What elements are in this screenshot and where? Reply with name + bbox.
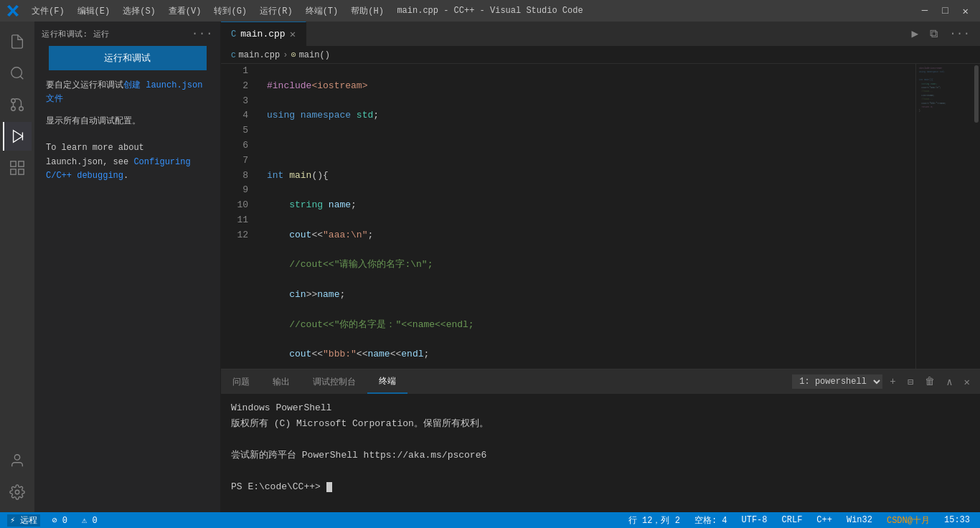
panel-tabs: 问题 输出 调试控制台 终端 1: powershell + ⊟ 🗑 ∧ ✕	[221, 369, 980, 395]
sidebar-more-button[interactable]: ···	[192, 27, 213, 40]
tab-main-cpp[interactable]: C main.cpp ✕	[221, 22, 306, 46]
panel-tab-terminal[interactable]: 终端	[367, 369, 407, 394]
menu-run[interactable]: 运行(R)	[254, 4, 298, 19]
editor-scrollbar[interactable]	[973, 64, 980, 369]
menu-edit[interactable]: 编辑(E)	[72, 4, 116, 19]
breadcrumb-function[interactable]: main()	[299, 50, 330, 60]
status-csdn: CSDN@十月	[884, 514, 933, 527]
terminal-content[interactable]: Windows PowerShell 版权所有 (C) Microsoft Co…	[221, 395, 980, 512]
window-controls: ─ □ ✕	[918, 4, 973, 19]
status-position[interactable]: 行 12，列 2	[626, 514, 683, 527]
tab-close-button[interactable]: ✕	[290, 28, 296, 40]
activity-search[interactable]	[3, 59, 32, 88]
svg-point-2	[19, 107, 24, 111]
svg-rect-9	[11, 169, 16, 174]
panel-tab-output[interactable]: 输出	[261, 369, 301, 394]
activity-extensions[interactable]	[3, 154, 32, 182]
code-editor[interactable]: 1 2 3 4 5 6 7 8 9 10 11 12 #include<iost…	[221, 64, 980, 369]
menu-bar: 文件(F) 编辑(E) 选择(S) 查看(V) 转到(G) 运行(R) 终端(T…	[26, 4, 390, 19]
terminal-close-button[interactable]: ✕	[960, 373, 974, 391]
menu-terminal[interactable]: 终端(T)	[300, 4, 344, 19]
activity-settings[interactable]	[3, 478, 32, 506]
panel-tab-debug-console[interactable]: 调试控制台	[301, 369, 367, 394]
menu-view[interactable]: 查看(V)	[163, 4, 207, 19]
terminal-cursor	[326, 482, 332, 492]
menu-file[interactable]: 文件(F)	[26, 4, 70, 19]
svg-rect-10	[19, 169, 24, 174]
run-file-button[interactable]: ▶	[909, 24, 922, 44]
vscode-logo-icon	[7, 5, 19, 16]
main-layout: 运行和调试: 运行 ··· 运行和调试 要自定义运行和调试创建 launch.j…	[0, 22, 980, 512]
sidebar-header: 运行和调试: 运行 ···	[34, 22, 220, 46]
svg-rect-8	[19, 161, 24, 166]
svg-point-11	[14, 455, 19, 460]
status-encoding[interactable]: UTF-8	[739, 515, 771, 525]
sidebar-title: 运行和调试: 运行	[42, 29, 110, 39]
terminal-line-4: 尝试新的跨平台 PowerShell https://aka.ms/pscore…	[231, 448, 970, 463]
breadcrumb-file[interactable]: main.cpp	[239, 50, 281, 60]
code-content[interactable]: #include<iostream> using namespace std; …	[257, 64, 915, 369]
split-editor-button[interactable]: ⧉	[927, 24, 941, 44]
svg-point-0	[11, 67, 22, 78]
panel-tab-list: 问题 输出 调试控制台 终端	[221, 369, 407, 394]
status-right: 行 12，列 2 空格: 4 UTF-8 CRLF C++ Win32 CSDN…	[626, 514, 973, 527]
activity-bottom	[3, 446, 32, 512]
line-numbers: 1 2 3 4 5 6 7 8 9 10 11 12	[221, 64, 257, 369]
terminal-line-3	[231, 432, 970, 448]
tab-file-icon: C	[231, 29, 236, 39]
status-remote[interactable]: ⚡ 远程	[7, 514, 40, 527]
window-title: main.cpp - CC++ - Visual Studio Code	[397, 6, 583, 16]
sidebar-customize-text: 要自定义运行和调试创建 launch.json 文件	[34, 79, 220, 112]
sidebar-show-configs-text: 显示所有自动调试配置。	[34, 112, 220, 136]
status-language[interactable]: C++	[814, 515, 835, 525]
breadcrumb: C main.cpp › ⊙ main()	[221, 47, 980, 64]
editor-more-button[interactable]: ···	[946, 24, 973, 43]
activity-bar	[0, 22, 34, 512]
svg-marker-5	[14, 131, 23, 143]
sidebar: 运行和调试: 运行 ··· 运行和调试 要自定义运行和调试创建 launch.j…	[34, 22, 221, 512]
editor-tabs: C main.cpp ✕ ▶ ⧉ ···	[221, 22, 980, 47]
status-spaces[interactable]: 空格: 4	[692, 514, 730, 527]
activity-git[interactable]	[3, 90, 32, 119]
status-eol[interactable]: CRLF	[779, 515, 806, 525]
close-button[interactable]: ✕	[958, 4, 973, 19]
terminal-split-button[interactable]: ⊟	[903, 373, 918, 391]
minimize-button[interactable]: ─	[918, 4, 932, 18]
sidebar-learn-text: To learn more about launch.json, see Con…	[34, 136, 220, 189]
svg-point-3	[11, 99, 16, 103]
terminal-prompt-line: PS E:\code\CC++>	[231, 479, 970, 495]
terminal-add-button[interactable]: +	[885, 373, 900, 390]
panel: 问题 输出 调试控制台 终端 1: powershell + ⊟ 🗑 ∧ ✕	[221, 369, 980, 512]
status-errors[interactable]: ⊘ 0	[49, 515, 70, 526]
status-platform[interactable]: Win32	[844, 515, 875, 525]
menu-select[interactable]: 选择(S)	[117, 4, 161, 19]
status-warnings[interactable]: ⚠ 0	[79, 515, 100, 526]
terminal-line-5	[231, 463, 970, 479]
editor-area: C main.cpp ✕ ▶ ⧉ ··· C main.cpp › ⊙ main…	[221, 22, 980, 512]
activity-run-debug[interactable]	[3, 122, 32, 151]
status-time: 15:33	[941, 515, 973, 525]
terminal-trash-button[interactable]: 🗑	[920, 373, 939, 390]
terminal-maximize-button[interactable]: ∧	[942, 373, 956, 391]
status-left: ⚡ 远程 ⊘ 0 ⚠ 0	[7, 514, 100, 527]
menu-help[interactable]: 帮助(H)	[345, 4, 390, 19]
title-bar: 文件(F) 编辑(E) 选择(S) 查看(V) 转到(G) 运行(R) 终端(T…	[0, 0, 980, 22]
menu-goto[interactable]: 转到(G)	[208, 4, 253, 19]
svg-point-12	[15, 490, 19, 494]
scrollbar-thumb	[974, 65, 979, 123]
activity-account[interactable]	[3, 446, 32, 475]
title-bar-left: 文件(F) 编辑(E) 选择(S) 查看(V) 转到(G) 运行(R) 终端(T…	[7, 4, 390, 19]
breadcrumb-separator: ›	[283, 50, 288, 60]
editor-toolbar-right: ▶ ⧉ ···	[909, 24, 980, 44]
run-debug-button[interactable]: 运行和调试	[49, 46, 207, 70]
terminal-line-1: Windows PowerShell	[231, 400, 970, 416]
status-bar: ⚡ 远程 ⊘ 0 ⚠ 0 行 12，列 2 空格: 4 UTF-8 CRLF C…	[0, 512, 980, 528]
panel-tab-problems[interactable]: 问题	[221, 369, 261, 394]
minimap: #include<iostream> using namespace std; …	[915, 64, 973, 369]
terminal-select[interactable]: 1: powershell	[792, 374, 882, 389]
svg-line-1	[20, 76, 23, 79]
svg-rect-7	[11, 161, 16, 166]
activity-explorer[interactable]	[3, 27, 32, 56]
panel-controls: 1: powershell + ⊟ 🗑 ∧ ✕	[792, 373, 980, 391]
maximize-button[interactable]: □	[938, 4, 952, 18]
